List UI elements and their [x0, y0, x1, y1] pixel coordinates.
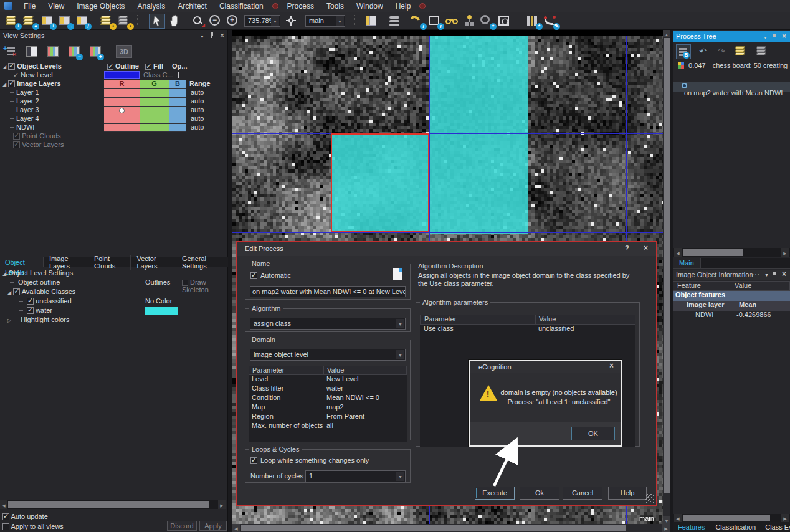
classification-view-icon[interactable]: i	[409, 14, 426, 29]
scrollbar-thumb[interactable]	[8, 501, 209, 508]
column-value[interactable]: Value	[327, 366, 344, 374]
resize-grip[interactable]	[645, 494, 654, 503]
algorithm-combobox[interactable]: assign class	[250, 318, 406, 330]
tab-image-layers[interactable]: Image Layers	[44, 255, 88, 270]
record-indicator-icon[interactable]	[272, 3, 278, 9]
process-tree-mode-icon[interactable]: B	[676, 44, 691, 59]
menu-item-process[interactable]: Process	[281, 2, 320, 11]
process-library-icon[interactable]	[733, 44, 750, 59]
single-layer-view-icon[interactable]	[24, 44, 39, 59]
expander-icon[interactable]	[7, 288, 11, 295]
scrollbar-thumb[interactable]	[683, 515, 770, 521]
menu-item-file[interactable]: File	[17, 2, 42, 11]
tab-vector-layers[interactable]: Vector Layers	[131, 255, 176, 270]
process-tree-row[interactable]: 0.047 chess board: 50 creating	[673, 62, 790, 72]
dropdown-arrow-icon[interactable]	[396, 350, 404, 359]
add-layer-view-icon[interactable]: +	[88, 44, 103, 59]
view-glasses-icon[interactable]	[444, 14, 460, 29]
tab-classification[interactable]: Classification	[710, 523, 761, 531]
scroll-left-icon[interactable]	[674, 248, 682, 257]
vertical-splitter[interactable]	[228, 30, 232, 532]
zoom-pan-mode-icon[interactable]	[283, 14, 300, 29]
zoom-in-icon[interactable]: +	[225, 14, 241, 29]
dialog-help-button[interactable]: ?	[625, 244, 629, 252]
scrollbar-thumb[interactable]	[683, 249, 743, 256]
scroll-down-icon[interactable]	[663, 516, 670, 524]
process-name-input[interactable]: on map2 water with Mean NDWI <= 0 at New…	[250, 286, 406, 297]
layer-g-cell[interactable]	[140, 88, 169, 97]
expander-icon[interactable]	[2, 62, 6, 70]
tab-class-evaluation[interactable]: Class Evaluat...	[761, 523, 790, 531]
column-parameter[interactable]: Parameter	[424, 315, 456, 323]
table-row[interactable]: ConditionMean NDWI <= 0	[249, 394, 407, 403]
outline-checkbox[interactable]	[107, 64, 113, 70]
scroll-left-icon[interactable]	[674, 514, 682, 522]
view-list-icon[interactable]	[387, 14, 403, 29]
tab-object-levels[interactable]: Object Levels	[0, 257, 44, 267]
water-label[interactable]: water	[36, 306, 52, 314]
pin-icon[interactable]	[772, 272, 778, 278]
edit-levels-icon[interactable]: + ×	[3, 44, 18, 59]
map-combobox[interactable]: main	[305, 15, 345, 27]
unclassified-label[interactable]: unclassified	[36, 297, 71, 305]
menu-item-analysis[interactable]: Analysis	[131, 2, 172, 11]
water-color-swatch[interactable]	[145, 307, 178, 315]
table-row[interactable]: Mapmap2	[249, 403, 407, 412]
rgb-layer-view-icon[interactable]	[45, 44, 60, 59]
column-parameter[interactable]: Parameter	[252, 366, 284, 374]
edit-map-icon[interactable]: /	[74, 14, 90, 29]
auto-update-checkbox[interactable]	[2, 513, 9, 520]
close-icon[interactable]	[220, 31, 224, 40]
apply-all-views-checkbox[interactable]	[2, 523, 9, 530]
close-icon[interactable]	[782, 270, 786, 278]
redo-icon[interactable]	[715, 44, 728, 59]
tab-features[interactable]: Features	[673, 523, 710, 531]
preview-search-icon[interactable]	[497, 14, 513, 29]
automatic-checkbox[interactable]	[250, 272, 257, 279]
layer-b-cell[interactable]	[169, 106, 186, 115]
layer-r-cell[interactable]	[104, 97, 140, 106]
loop-checkbox[interactable]	[250, 457, 257, 464]
pin-icon[interactable]	[772, 34, 778, 40]
ok-button[interactable]: Ok	[520, 487, 559, 500]
highlight-colors-label[interactable]: Hightlight colors	[21, 316, 69, 323]
dropdown-arrow-icon[interactable]	[271, 16, 279, 26]
dropdown-arrow-icon[interactable]	[396, 319, 404, 328]
save-project-icon[interactable]: ●	[22, 14, 38, 29]
menu-item-view[interactable]: View	[42, 2, 70, 11]
layer-row[interactable]: Layer 4 auto	[2, 115, 226, 123]
help-button[interactable]: Help	[608, 487, 647, 500]
layer-row[interactable]: Layer 3 auto	[2, 106, 226, 115]
layer-g-cell[interactable]	[140, 115, 169, 123]
process-node-icon[interactable]	[462, 14, 478, 29]
section-row[interactable]: Object features	[673, 291, 790, 301]
object-outline-label[interactable]: Object outline	[18, 278, 60, 286]
outline-color-swatch[interactable]	[104, 71, 140, 79]
tab-general-settings[interactable]: General Settings	[176, 255, 228, 270]
layer-b-cell[interactable]	[169, 88, 186, 97]
add-map-icon[interactable]: +	[39, 14, 55, 29]
column-feature[interactable]: Feature	[677, 282, 701, 289]
opacity-slider[interactable]	[171, 75, 187, 75]
layer-r-cell[interactable]	[104, 123, 140, 132]
layer-range[interactable]: auto	[191, 97, 204, 105]
process-history-icon[interactable]: •	[117, 14, 133, 29]
object-levels-checkbox[interactable]	[8, 63, 15, 70]
layer-range[interactable]: auto	[191, 115, 204, 122]
column-value[interactable]: Value	[539, 315, 556, 323]
no-color-value[interactable]: No Color	[145, 297, 172, 305]
new-level-label[interactable]: New Level	[21, 71, 52, 78]
expander-icon[interactable]	[2, 80, 6, 87]
image-object-info-titlebar[interactable]: Image Object Information	[673, 270, 790, 280]
layer-r-cell[interactable]	[104, 88, 140, 97]
expander-icon[interactable]	[2, 269, 6, 277]
layer-g-cell[interactable]	[140, 106, 169, 115]
scroll-right-icon[interactable]	[218, 500, 226, 509]
zoom-out-icon[interactable]: −	[207, 14, 224, 29]
new-level-check-icon[interactable]	[13, 71, 19, 78]
process-tree-row-selected[interactable]: on map2 water with Mean NDWI	[673, 82, 790, 92]
scrollbar-thumb[interactable]	[241, 525, 626, 531]
subheader-row[interactable]: Image layerMean	[673, 301, 790, 311]
panel-menu-icon[interactable]	[764, 270, 769, 278]
water-checkbox[interactable]	[27, 307, 34, 314]
